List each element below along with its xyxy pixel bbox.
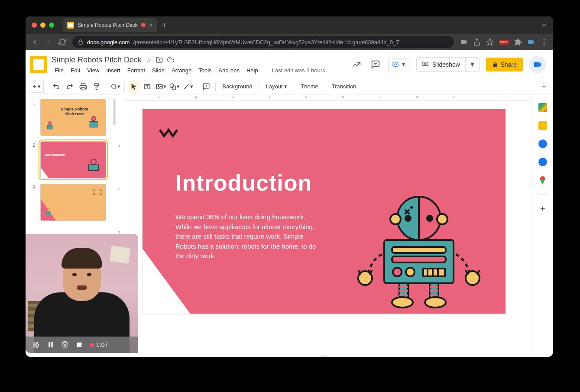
comments-icon[interactable]	[369, 58, 382, 71]
menu-bar: File Edit View Insert Format Slide Arran…	[52, 66, 350, 75]
svg-rect-7	[393, 62, 398, 66]
menu-insert[interactable]: Insert	[103, 66, 123, 75]
slide-number: 1	[32, 99, 38, 136]
svg-point-11	[111, 84, 115, 88]
menu-arrange[interactable]: Arrange	[168, 66, 194, 75]
shape-tool[interactable]: ▾	[168, 81, 180, 93]
browser-tab[interactable]: Simple Robots Pitch Deck ×	[63, 18, 157, 32]
rec-extension-badge[interactable]: REC	[499, 40, 509, 45]
thumbnail[interactable]: Introduction	[40, 141, 106, 178]
paint-format-button[interactable]	[91, 81, 103, 93]
cloud-status-icon[interactable]	[167, 56, 174, 63]
present-to-meeting-button[interactable]: ▼	[388, 58, 410, 71]
select-tool[interactable]	[128, 81, 140, 93]
webcam-overlay[interactable]: 1:07	[26, 234, 138, 353]
menu-tools[interactable]: Tools	[195, 66, 214, 75]
slide-canvas[interactable]: Introduction We spend 36% of our lives d…	[143, 109, 505, 314]
decorative-doodles	[143, 109, 272, 174]
activity-icon[interactable]	[350, 58, 363, 71]
slide-thumbnail-3: 3 01020304	[32, 184, 114, 221]
menu-slide[interactable]: Slide	[149, 66, 168, 75]
new-tab-button[interactable]: +	[162, 21, 167, 30]
minimize-window-button[interactable]	[40, 23, 45, 28]
svg-point-26	[91, 116, 96, 121]
keep-app-icon[interactable]	[538, 121, 547, 130]
contacts-app-icon[interactable]	[538, 158, 547, 166]
menu-format[interactable]: Format	[124, 66, 148, 75]
rec-settings-button[interactable]	[32, 341, 40, 349]
camera-extension-icon[interactable]	[527, 38, 535, 46]
presenter-hair	[62, 248, 102, 269]
tasks-app-icon[interactable]	[538, 139, 547, 148]
svg-rect-61	[423, 269, 445, 276]
textbox-tool[interactable]	[141, 81, 153, 93]
svg-point-28	[91, 159, 96, 164]
menu-file[interactable]: File	[52, 66, 67, 75]
hide-menus-button[interactable]	[541, 84, 547, 90]
transition-button[interactable]: Transition	[328, 83, 360, 90]
close-window-button[interactable]	[32, 23, 37, 28]
horizontal-ruler[interactable]: 123456789	[123, 94, 531, 100]
present-camera-button[interactable]	[529, 56, 546, 73]
new-slide-button[interactable]: + ▾	[30, 81, 44, 93]
svg-point-68	[390, 214, 401, 224]
calendar-app-icon[interactable]	[538, 103, 547, 112]
redo-button[interactable]	[64, 81, 76, 93]
address-bar[interactable]: docs.google.com/presentation/d/1y7LSB2Uf…	[72, 36, 454, 48]
svg-rect-30	[46, 212, 51, 215]
tabs-dropdown-button[interactable]	[541, 22, 547, 28]
rec-pause-button[interactable]	[47, 341, 54, 349]
rec-delete-button[interactable]	[61, 341, 69, 349]
extensions-icon[interactable]	[514, 38, 522, 46]
filmstrip-scrollbar[interactable]	[113, 99, 116, 125]
print-button[interactable]	[77, 81, 89, 93]
menu-edit[interactable]: Edit	[68, 66, 83, 75]
svg-rect-71	[33, 344, 37, 345]
cast-icon[interactable]	[460, 38, 468, 46]
slide-body-text[interactable]: We spend 36% of our lives doing housewor…	[175, 212, 323, 261]
svg-marker-1	[487, 39, 493, 45]
menu-addons[interactable]: Add-ons	[216, 66, 243, 75]
maps-app-icon[interactable]	[538, 176, 547, 185]
last-edit-link[interactable]: Last edit was 3 hours...	[269, 66, 333, 75]
rec-stop-button[interactable]	[76, 341, 83, 348]
close-tab-button[interactable]: ×	[149, 22, 152, 29]
google-slides-logo[interactable]	[30, 56, 47, 73]
back-button[interactable]	[31, 38, 39, 46]
star-icon[interactable]: ☆	[146, 56, 152, 63]
thumbnail[interactable]: 01020304	[40, 184, 106, 221]
svg-rect-0	[79, 42, 82, 44]
theme-button[interactable]: Theme	[297, 83, 321, 90]
chrome-menu-button[interactable]	[540, 38, 548, 46]
comment-tool[interactable]	[200, 81, 212, 93]
reload-button[interactable]	[58, 38, 66, 46]
svg-point-67	[427, 216, 432, 221]
background-button[interactable]: Background	[219, 83, 256, 90]
document-title[interactable]: Simple Robots Pitch Deck	[52, 55, 142, 65]
image-tool[interactable]: ▾	[155, 81, 167, 93]
add-apps-button[interactable]: +	[540, 204, 545, 214]
menu-help[interactable]: Help	[243, 66, 261, 75]
svg-marker-9	[425, 63, 426, 65]
undo-button[interactable]	[50, 81, 62, 93]
slideshow-button[interactable]: Slideshow	[417, 58, 465, 71]
slideshow-button-group: Slideshow ▼	[416, 57, 480, 72]
resize-gripper[interactable]	[318, 356, 331, 357]
thumbnail[interactable]: Simple Robots Pitch Deck	[40, 99, 106, 136]
bookmark-star-icon[interactable]	[486, 38, 494, 46]
svg-point-66	[405, 216, 411, 221]
maximize-window-button[interactable]	[49, 23, 54, 28]
svg-rect-77	[51, 342, 52, 347]
share-button[interactable]: Share	[486, 58, 523, 71]
svg-point-17	[158, 85, 159, 86]
layout-button[interactable]: Layout ▾	[262, 83, 291, 90]
forward-button[interactable]	[45, 38, 52, 46]
move-icon[interactable]	[156, 56, 163, 63]
share-label: Share	[501, 61, 517, 68]
line-tool[interactable]: ▾	[181, 81, 194, 93]
share-icon[interactable]	[473, 38, 481, 46]
slide-number: 2	[32, 141, 38, 178]
slideshow-dropdown[interactable]: ▼	[465, 58, 480, 71]
zoom-button[interactable]: ▾	[109, 81, 121, 93]
menu-view[interactable]: View	[84, 66, 102, 75]
